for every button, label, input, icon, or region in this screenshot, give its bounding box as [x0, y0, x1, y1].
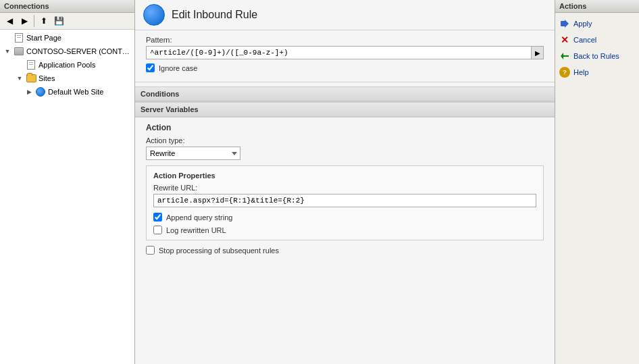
- svg-rect-3: [563, 55, 569, 57]
- help-action[interactable]: ? Help: [555, 64, 639, 80]
- header-globe-icon: [143, 4, 165, 26]
- pattern-expand-button[interactable]: ▶: [532, 46, 544, 59]
- server-icon: [14, 46, 24, 57]
- pattern-section: Pattern: ▶ Ignore case: [135, 30, 555, 78]
- server-variables-label: Server Variables: [140, 105, 199, 113]
- folder-icon: [26, 73, 36, 84]
- sidebar-header: Connections: [0, 0, 134, 13]
- save-button[interactable]: 💾: [52, 14, 66, 28]
- apply-label: Apply: [573, 20, 592, 28]
- up-button[interactable]: ⬆: [37, 14, 51, 28]
- expander: ▼: [15, 74, 24, 83]
- sidebar-item-label: Start Page: [26, 34, 61, 42]
- log-rewritten-url-row: Log rewritten URL: [153, 226, 536, 234]
- rewrite-url-label: Rewrite URL:: [153, 184, 536, 192]
- stop-processing-row: Stop processing of subsequent rules: [146, 246, 544, 255]
- sidebar-item-label: CONTOSO-SERVER (CONTOS: [26, 47, 132, 55]
- svg-marker-1: [565, 20, 569, 28]
- append-query-string-checkbox[interactable]: [153, 213, 162, 222]
- help-label: Help: [573, 68, 589, 76]
- action-section: Action Action type: Rewrite Redirect Cus…: [135, 118, 555, 260]
- server-variables-section-header[interactable]: Server Variables: [135, 102, 555, 117]
- sidebar: Connections ◀ ▶ ⬆ 💾 Start Page ▼ CONTOSO…: [0, 0, 135, 364]
- help-icon: ?: [559, 67, 570, 78]
- sidebar-toolbar: ◀ ▶ ⬆ 💾: [0, 13, 134, 30]
- apply-icon: [559, 18, 570, 29]
- actions-header: Actions: [555, 0, 639, 13]
- append-query-string-row: Append query string: [153, 213, 536, 222]
- sidebar-tree: Start Page ▼ CONTOSO-SERVER (CONTOS Appl…: [0, 30, 134, 364]
- action-properties-title: Action Properties: [153, 172, 536, 180]
- pattern-input[interactable]: [146, 46, 532, 59]
- action-type-row: Rewrite Redirect Custom Response AbortRe…: [146, 147, 544, 160]
- back-icon: [559, 51, 570, 61]
- log-rewritten-url-checkbox[interactable]: [153, 226, 162, 234]
- apply-action[interactable]: Apply: [555, 16, 639, 32]
- log-rewritten-url-label: Log rewritten URL: [166, 226, 226, 234]
- page-icon: [26, 59, 36, 70]
- sidebar-item-app-pools[interactable]: Application Pools: [0, 58, 134, 72]
- page-title: Edit Inbound Rule: [172, 9, 257, 21]
- append-query-string-label: Append query string: [166, 213, 232, 222]
- conditions-section-header[interactable]: Conditions: [135, 86, 555, 101]
- stop-processing-label: Stop processing of subsequent rules: [159, 246, 279, 255]
- cancel-label: Cancel: [573, 36, 596, 44]
- action-properties-box: Action Properties Rewrite URL: Append qu…: [146, 165, 544, 240]
- ignore-case-label: Ignore case: [159, 64, 197, 72]
- main-content: Edit Inbound Rule Pattern: ▶ Ignore case…: [135, 0, 555, 364]
- action-type-dropdown[interactable]: Rewrite Redirect Custom Response AbortRe…: [146, 147, 240, 160]
- back-to-rules-action[interactable]: Back to Rules: [555, 48, 639, 64]
- pattern-row: ▶: [146, 46, 544, 59]
- expander: ▶: [24, 87, 34, 97]
- sidebar-item-label: Default Web Site: [48, 88, 103, 96]
- sidebar-item-label: Sites: [39, 74, 55, 82]
- ignore-case-row: Ignore case: [146, 63, 544, 72]
- back-button[interactable]: ◀: [3, 14, 16, 28]
- form-area: Pattern: ▶ Ignore case Conditions Server…: [135, 30, 555, 364]
- conditions-label: Conditions: [140, 90, 179, 98]
- ignore-case-checkbox[interactable]: [146, 63, 155, 72]
- expander: [3, 33, 12, 43]
- rewrite-url-input[interactable]: [153, 194, 536, 207]
- expander: ▼: [3, 47, 12, 56]
- expander: [15, 60, 24, 70]
- divider-1: [135, 82, 555, 82]
- sidebar-item-default-web-site[interactable]: ▶ Default Web Site: [0, 85, 134, 99]
- right-panel: Actions Apply ✕ Cancel Ba: [555, 0, 639, 364]
- pattern-label: Pattern:: [146, 36, 544, 44]
- page-header: Edit Inbound Rule: [135, 0, 555, 30]
- globe-icon: [35, 86, 46, 97]
- back-to-rules-label: Back to Rules: [573, 52, 619, 60]
- cancel-action[interactable]: ✕ Cancel: [555, 32, 639, 48]
- stop-processing-checkbox[interactable]: [146, 246, 155, 255]
- sidebar-item-start-page[interactable]: Start Page: [0, 31, 134, 45]
- action-list: Apply ✕ Cancel Back to Rules ? Help: [555, 13, 639, 83]
- toolbar-separator: [34, 15, 34, 27]
- sidebar-item-contoso-server[interactable]: ▼ CONTOSO-SERVER (CONTOS: [0, 45, 134, 58]
- forward-button[interactable]: ▶: [18, 14, 31, 28]
- sidebar-item-label: Application Pools: [39, 61, 95, 69]
- page-icon: [14, 32, 24, 43]
- sidebar-item-sites[interactable]: ▼ Sites: [0, 72, 134, 85]
- action-section-label: Action: [146, 123, 544, 132]
- action-type-label: Action type:: [146, 136, 544, 145]
- cancel-icon: ✕: [559, 34, 570, 45]
